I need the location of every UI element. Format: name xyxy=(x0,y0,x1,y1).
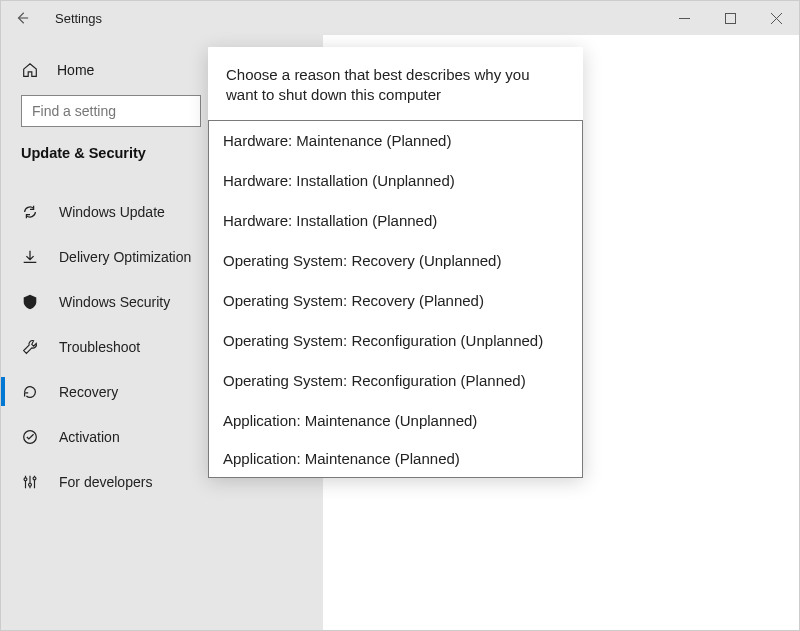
wrench-icon xyxy=(21,338,39,356)
back-button[interactable] xyxy=(1,11,27,25)
check-circle-icon xyxy=(21,428,39,446)
recovery-icon xyxy=(21,383,39,401)
sidebar-item-label: Troubleshoot xyxy=(59,339,140,355)
sidebar-item-label: Windows Security xyxy=(59,294,170,310)
svg-point-4 xyxy=(33,476,36,479)
reason-option[interactable]: Operating System: Recovery (Planned) xyxy=(209,281,582,321)
sidebar-item-label: Windows Update xyxy=(59,204,165,220)
sidebar-item-label: Activation xyxy=(59,429,120,445)
svg-rect-0 xyxy=(725,13,735,23)
sidebar-item-label: Recovery xyxy=(59,384,118,400)
shutdown-reason-dialog: Choose a reason that best describes why … xyxy=(208,47,583,477)
reason-option[interactable]: Operating System: Reconfiguration (Unpla… xyxy=(209,321,582,361)
reason-option[interactable]: Hardware: Installation (Unplanned) xyxy=(209,161,582,201)
minimize-icon xyxy=(679,13,690,24)
svg-point-2 xyxy=(24,477,27,480)
reason-listbox[interactable]: Hardware: Maintenance (Planned) Hardware… xyxy=(208,120,583,478)
close-button[interactable] xyxy=(753,1,799,35)
minimize-button[interactable] xyxy=(661,1,707,35)
reason-option[interactable]: Application: Maintenance (Planned) xyxy=(209,441,582,477)
reason-option[interactable]: Application: Maintenance (Unplanned) xyxy=(209,401,582,441)
home-icon xyxy=(21,61,39,79)
maximize-icon xyxy=(725,13,736,24)
reason-option[interactable]: Operating System: Recovery (Unplanned) xyxy=(209,241,582,281)
maximize-button[interactable] xyxy=(707,1,753,35)
dialog-prompt: Choose a reason that best describes why … xyxy=(222,65,569,120)
titlebar: Settings xyxy=(1,1,799,35)
sidebar-home-label: Home xyxy=(57,62,94,78)
window-title: Settings xyxy=(27,11,102,26)
reason-option[interactable]: Hardware: Maintenance (Planned) xyxy=(209,121,582,161)
shield-icon xyxy=(21,293,39,311)
sidebar-item-label: For developers xyxy=(59,474,152,490)
sidebar-item-label: Delivery Optimization xyxy=(59,249,191,265)
download-icon xyxy=(21,248,39,266)
search-input[interactable] xyxy=(21,95,201,127)
svg-point-3 xyxy=(29,483,32,486)
sync-icon xyxy=(21,203,39,221)
close-icon xyxy=(771,13,782,24)
reason-option[interactable]: Hardware: Installation (Planned) xyxy=(209,201,582,241)
reason-option[interactable]: Operating System: Reconfiguration (Plann… xyxy=(209,361,582,401)
sliders-icon xyxy=(21,473,39,491)
